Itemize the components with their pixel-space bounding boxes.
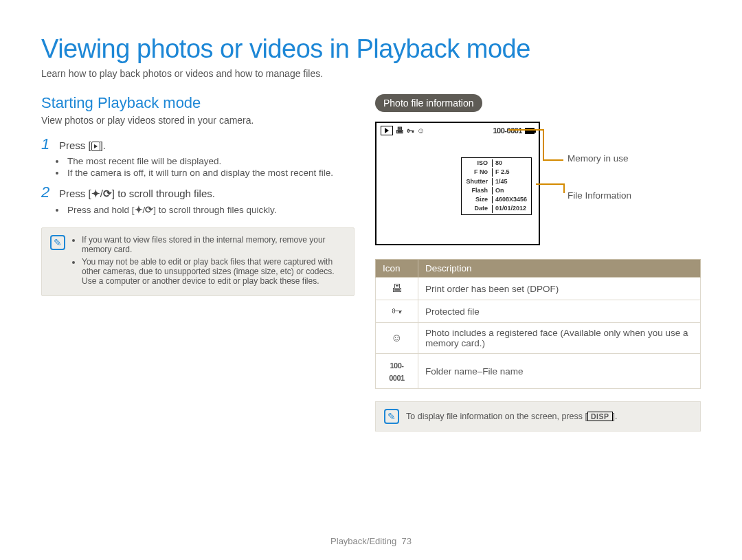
note-icon: ✎ — [384, 409, 399, 424]
row-icon-folderfile: 100-0001 — [376, 354, 418, 389]
step1-bullet-1: The most recent file will be displayed. — [66, 156, 355, 166]
row-desc: Photo includes a registered face (Availa… — [418, 323, 701, 354]
battery-icon — [525, 128, 535, 134]
row-icon-face: ☺ — [376, 323, 418, 354]
section-title: Starting Playback mode — [41, 94, 355, 112]
flash-icon: ✦ — [91, 188, 100, 199]
camera-screen: 🖶 🗝 ☺ 100-0001 ISO80 F NoF 2.5 Shutter1/… — [375, 122, 540, 245]
file-info-block: ISO80 F NoF 2.5 Shutter1/45 FlashOn Size… — [461, 157, 532, 215]
tip-box: ✎ To display file information on the scr… — [375, 401, 701, 432]
camera-diagram: 🖶 🗝 ☺ 100-0001 ISO80 F NoF 2.5 Shutter1/… — [375, 122, 701, 245]
step1-pre: Press [ — [59, 139, 91, 151]
timer-icon: ⟳ — [145, 205, 153, 215]
th-icon: Icon — [376, 260, 418, 278]
screen-face-icon: ☺ — [417, 126, 425, 135]
photo-file-info-pill: Photo file information — [375, 94, 482, 112]
step2-post: ] to scroll through files. — [112, 188, 215, 199]
row-icon-key: 🗝 — [376, 300, 418, 323]
screen-print-icon: 🖶 — [396, 126, 404, 135]
step2-bullet-1: Press and hold [✦/⟳] to scroll through f… — [66, 204, 355, 215]
timer-icon: ⟳ — [103, 188, 112, 199]
playback-button-icon — [91, 142, 100, 151]
folder-file-label: 100-0001 — [493, 126, 523, 135]
row-icon-print: 🖶 — [376, 278, 418, 300]
right-column: Photo file information 🖶 🗝 ☺ 100-0001 — [375, 94, 701, 432]
th-desc: Description — [418, 260, 701, 278]
note-icon: ✎ — [50, 235, 65, 250]
callouts: Memory in use File Information — [543, 122, 701, 245]
left-column: Starting Playback mode View photos or pl… — [41, 94, 355, 432]
section-sub: View photos or play videos stored in you… — [41, 115, 355, 126]
table-row: ☺ Photo includes a registered face (Avai… — [376, 323, 701, 354]
note-box: ✎ If you want to view files stored in th… — [41, 227, 355, 296]
table-row: 🖶 Print order has been set (DPOF) — [376, 278, 701, 300]
step-1: 1 Press []. — [41, 135, 355, 153]
screen-play-icon — [381, 126, 393, 135]
flash-icon: ✦ — [135, 205, 143, 215]
step-number-2: 2 — [41, 183, 54, 201]
callout-memory: Memory in use — [567, 153, 629, 164]
step-2: 2 Press [✦/⟳] to scroll through files. — [41, 183, 355, 201]
step1-bullet-2: If the camera is off, it will turn on an… — [66, 168, 355, 178]
step-number-1: 1 — [41, 135, 54, 153]
step1-bullets: The most recent file will be displayed. … — [66, 156, 355, 178]
row-desc: Print order has been set (DPOF) — [418, 278, 701, 300]
page-title: Viewing photos or videos in Playback mod… — [41, 34, 701, 64]
disp-button-icon: DISP — [587, 412, 613, 421]
page-footer: Playback/Editing 73 — [0, 536, 742, 546]
callout-fileinfo: File Information — [567, 190, 631, 201]
step2-bullets: Press and hold [✦/⟳] to scroll through f… — [66, 204, 355, 215]
screen-key-icon: 🗝 — [407, 126, 414, 135]
step1-post: ]. — [100, 139, 106, 151]
page-intro: Learn how to play back photos or videos … — [41, 68, 701, 79]
note-2: You may not be able to edit or play back… — [82, 257, 346, 286]
note-1: If you want to view files stored in the … — [82, 235, 346, 254]
row-desc: Folder name–File name — [418, 354, 701, 389]
row-desc: Protected file — [418, 300, 701, 323]
table-row: 🗝 Protected file — [376, 300, 701, 323]
icon-description-table: Icon Description 🖶 Print order has been … — [375, 259, 701, 389]
table-row: 100-0001 Folder name–File name — [376, 354, 701, 389]
step2-pre: Press [ — [59, 188, 91, 199]
